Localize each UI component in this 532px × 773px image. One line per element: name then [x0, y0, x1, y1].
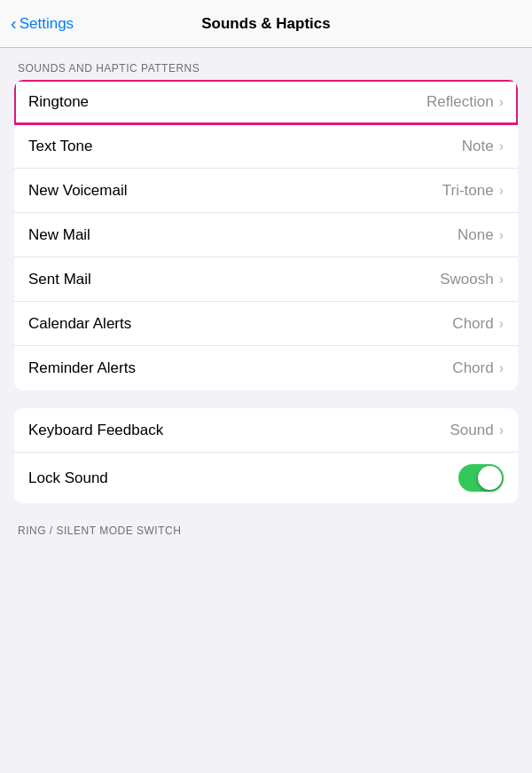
reminder-alerts-value-container: Chord › — [452, 359, 504, 377]
sent-mail-value-container: Swoosh › — [440, 271, 504, 288]
lock-sound-row[interactable]: Lock Sound — [14, 453, 518, 503]
navigation-bar: ‹ Settings Sounds & Haptics — [0, 0, 532, 48]
sent-mail-label: Sent Mail — [28, 271, 91, 288]
sounds-settings-group: Ringtone Reflection › Text Tone Note › N… — [14, 80, 518, 390]
new-voicemail-value: Tri-tone — [442, 182, 494, 200]
sent-mail-chevron-icon: › — [499, 272, 504, 288]
ringtone-value: Reflection — [426, 93, 494, 111]
text-tone-chevron-icon: › — [499, 138, 504, 154]
calendar-alerts-label: Calendar Alerts — [28, 315, 131, 333]
new-mail-value-container: None › — [458, 226, 504, 244]
sounds-section-header: Sounds and Haptic Patterns — [0, 48, 532, 80]
new-mail-label: New Mail — [28, 226, 90, 244]
lock-sound-label: Lock Sound — [28, 469, 108, 487]
keyboard-feedback-value: Sound — [450, 422, 494, 439]
new-voicemail-label: New Voicemail — [28, 182, 128, 200]
text-tone-value: Note — [462, 138, 494, 155]
toggle-knob — [478, 466, 502, 490]
lock-sound-toggle[interactable] — [458, 464, 504, 492]
keyboard-settings-group: Keyboard Feedback Sound › Lock Sound — [14, 408, 518, 503]
calendar-alerts-value-container: Chord › — [452, 315, 504, 333]
keyboard-feedback-value-container: Sound › — [450, 422, 505, 439]
text-tone-label: Text Tone — [28, 138, 92, 155]
new-mail-value: None — [458, 226, 494, 244]
back-button[interactable]: ‹ Settings — [11, 15, 74, 33]
ringtone-chevron-icon: › — [499, 94, 504, 110]
calendar-alerts-chevron-icon: › — [499, 316, 504, 332]
ring-silent-section-header: Ring / Silent Mode Switch — [0, 521, 532, 542]
page-title: Sounds & Haptics — [201, 15, 330, 33]
new-voicemail-value-container: Tri-tone › — [442, 182, 504, 200]
text-tone-value-container: Note › — [462, 138, 504, 155]
ringtone-value-container: Reflection › — [426, 93, 504, 111]
keyboard-feedback-label: Keyboard Feedback — [28, 422, 163, 439]
new-voicemail-chevron-icon: › — [499, 183, 504, 199]
reminder-alerts-value: Chord — [452, 359, 493, 377]
keyboard-feedback-row[interactable]: Keyboard Feedback Sound › — [14, 408, 518, 453]
ringtone-label: Ringtone — [28, 93, 89, 111]
back-label: Settings — [20, 15, 74, 33]
keyboard-feedback-chevron-icon: › — [499, 422, 504, 438]
sent-mail-row[interactable]: Sent Mail Swoosh › — [14, 257, 518, 302]
text-tone-row[interactable]: Text Tone Note › — [14, 124, 518, 169]
sent-mail-value: Swoosh — [440, 271, 493, 288]
calendar-alerts-value: Chord — [452, 315, 493, 333]
ringtone-row[interactable]: Ringtone Reflection › — [14, 80, 518, 124]
new-mail-chevron-icon: › — [499, 227, 504, 243]
new-voicemail-row[interactable]: New Voicemail Tri-tone › — [14, 169, 518, 213]
calendar-alerts-row[interactable]: Calendar Alerts Chord › — [14, 302, 518, 346]
reminder-alerts-label: Reminder Alerts — [28, 359, 136, 377]
reminder-alerts-chevron-icon: › — [499, 360, 504, 376]
new-mail-row[interactable]: New Mail None › — [14, 213, 518, 257]
back-chevron-icon: ‹ — [11, 14, 17, 32]
reminder-alerts-row[interactable]: Reminder Alerts Chord › — [14, 346, 518, 390]
lock-sound-toggle-container[interactable] — [458, 464, 504, 492]
